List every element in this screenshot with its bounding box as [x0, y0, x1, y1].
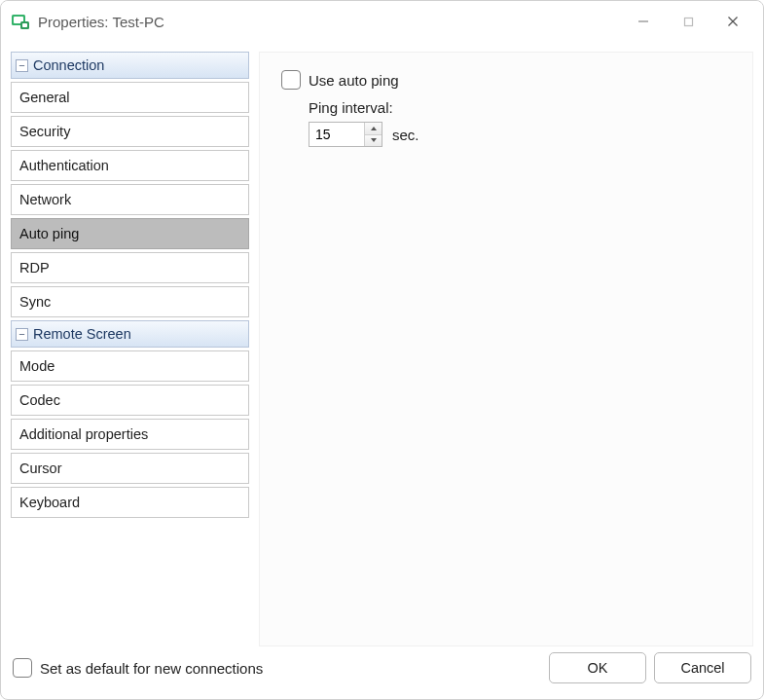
use-auto-ping-row: Use auto ping: [281, 70, 731, 90]
sidebar-item-general[interactable]: General: [11, 82, 249, 113]
titlebar: Properties: Test-PC: [1, 1, 763, 42]
ping-interval-row: sec.: [309, 122, 731, 147]
properties-window: Properties: Test-PC − Connection General: [0, 0, 764, 700]
sidebar-item-label: Authentication: [19, 158, 109, 173]
app-icon: [11, 12, 30, 31]
sidebar-item-label: Network: [19, 192, 71, 207]
window-title: Properties: Test-PC: [38, 14, 164, 30]
sidebar-item-auto-ping[interactable]: Auto ping: [11, 218, 249, 249]
sidebar-item-label: Security: [19, 124, 70, 139]
sidebar: − Connection General Security Authentica…: [11, 52, 249, 646]
sidebar-item-network[interactable]: Network: [11, 184, 249, 215]
sidebar-item-label: Cursor: [19, 461, 62, 476]
sidebar-item-label: General: [19, 90, 70, 105]
ok-button[interactable]: OK: [549, 652, 646, 683]
use-auto-ping-label: Use auto ping: [309, 72, 399, 89]
sidebar-item-codec[interactable]: Codec: [11, 385, 249, 416]
collapse-icon[interactable]: −: [16, 328, 28, 341]
svg-marker-8: [371, 127, 377, 130]
collapse-icon[interactable]: −: [16, 59, 28, 72]
ping-interval-label: Ping interval:: [309, 99, 731, 116]
spinner-down-button[interactable]: [365, 135, 382, 147]
svg-rect-5: [684, 18, 692, 25]
footer-left: Set as default for new connections: [13, 658, 263, 678]
sidebar-item-label: Mode: [19, 358, 55, 374]
sidebar-item-cursor[interactable]: Cursor: [11, 453, 249, 484]
section-header-connection[interactable]: − Connection: [11, 52, 249, 79]
use-auto-ping-checkbox[interactable]: [281, 70, 301, 90]
minimize-button[interactable]: [621, 6, 666, 37]
sidebar-item-label: Auto ping: [19, 226, 79, 241]
sidebar-item-label: Keyboard: [19, 495, 80, 510]
ok-button-label: OK: [588, 660, 608, 676]
cancel-button[interactable]: Cancel: [654, 652, 751, 683]
section-header-remote-screen[interactable]: − Remote Screen: [11, 320, 249, 348]
svg-marker-9: [371, 138, 377, 142]
spinner-up-button[interactable]: [365, 123, 382, 135]
sidebar-item-security[interactable]: Security: [11, 116, 249, 147]
svg-rect-3: [22, 23, 27, 27]
maximize-button[interactable]: [666, 6, 710, 37]
sidebar-item-sync[interactable]: Sync: [11, 286, 249, 317]
ping-interval-input[interactable]: [309, 123, 364, 146]
default-checkbox[interactable]: [13, 658, 32, 678]
sidebar-item-authentication[interactable]: Authentication: [11, 150, 249, 181]
sidebar-item-label: Sync: [19, 294, 51, 310]
close-button[interactable]: [710, 6, 755, 37]
sidebar-item-label: RDP: [19, 260, 50, 276]
content-panel: Use auto ping Ping interval: sec.: [259, 52, 753, 646]
client-area: − Connection General Security Authentica…: [1, 42, 763, 646]
sidebar-item-mode[interactable]: Mode: [11, 350, 249, 382]
spinner-buttons: [364, 123, 382, 146]
default-label: Set as default for new connections: [40, 660, 263, 677]
section-label: Connection: [33, 57, 104, 73]
window-controls: [621, 6, 755, 37]
sidebar-item-rdp[interactable]: RDP: [11, 252, 249, 283]
sidebar-item-label: Additional properties: [19, 426, 148, 442]
footer: Set as default for new connections OK Ca…: [1, 646, 763, 699]
ping-interval-unit: sec.: [392, 127, 419, 143]
cancel-button-label: Cancel: [680, 660, 724, 676]
ping-interval-spinner: [309, 122, 382, 147]
sidebar-item-additional-properties[interactable]: Additional properties: [11, 419, 249, 450]
sidebar-item-keyboard[interactable]: Keyboard: [11, 487, 249, 518]
sidebar-item-label: Codec: [19, 392, 60, 408]
section-label: Remote Screen: [33, 326, 131, 342]
